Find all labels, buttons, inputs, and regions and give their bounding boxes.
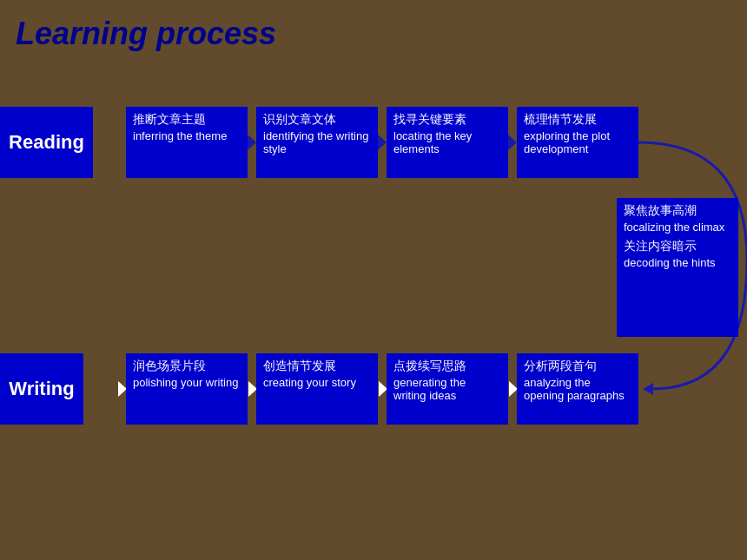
- reading-box-1: 推断文章主题 inferring the theme: [126, 107, 248, 178]
- page-title: Learning process: [16, 16, 276, 52]
- writing-box-4: 分析两段首句 analyzing the opening paragraphs: [517, 353, 638, 425]
- svg-marker-3: [378, 135, 387, 150]
- writing-box-3: 点拨续写思路 generating the writing ideas: [387, 353, 508, 425]
- writing-label: Writing: [0, 353, 83, 425]
- reading-label: Reading: [0, 107, 93, 178]
- reading-box-3: 找寻关键要素 locating the key elements: [387, 107, 508, 178]
- reading-box-4: 梳理情节发展 exploring the plot development: [517, 107, 638, 178]
- reading-side-box: 聚焦故事高潮 focalizing the climax 关注内容暗示 deco…: [617, 198, 738, 337]
- svg-marker-2: [248, 135, 256, 150]
- writing-box-1: 润色场景片段 polishing your writing: [126, 353, 248, 425]
- writing-box-2: 创造情节发展 creating your story: [256, 353, 378, 425]
- svg-marker-4: [508, 135, 517, 150]
- svg-marker-5: [643, 383, 653, 395]
- reading-box-2: 识别文章文体 identifying the writing style: [256, 107, 378, 178]
